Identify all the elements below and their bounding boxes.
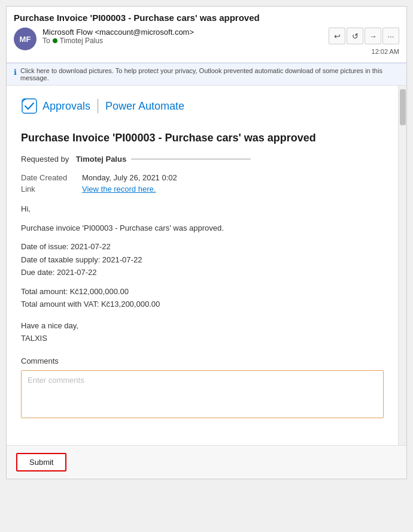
- reply-button[interactable]: ↩: [329, 28, 345, 44]
- header-divider: [98, 99, 98, 113]
- scrollbar-track[interactable]: [398, 86, 406, 445]
- comments-label: Comments: [21, 356, 384, 365]
- record-link[interactable]: View the record here.: [82, 185, 156, 194]
- date-taxable-value: 2021-07-22: [102, 255, 142, 264]
- sender-block: MF Microsoft Flow <maccount@microsoft.co…: [14, 28, 194, 50]
- forward-button[interactable]: →: [365, 28, 381, 44]
- signature: TALXIS: [21, 332, 384, 344]
- details-section: Date Created Monday, July 26, 2021 0:02 …: [21, 173, 384, 194]
- submit-button[interactable]: Submit: [16, 453, 66, 471]
- total-amount-value: Kč12,000,000.00: [70, 287, 129, 296]
- email-header: Purchase Invoice 'PI00003 - Purchase car…: [7, 7, 406, 63]
- to-label: To: [42, 37, 50, 45]
- online-indicator: [53, 38, 57, 43]
- greeting: Hi,: [21, 203, 384, 215]
- date-taxable-line: Date of taxable supply: 2021-07-22: [21, 254, 384, 266]
- sender-info: Microsoft Flow <maccount@microsoft.com> …: [42, 28, 194, 45]
- email-subject: Purchase Invoice 'PI00003 - Purchase car…: [14, 13, 399, 23]
- email-actions: ↩ ↺ → ···: [329, 28, 399, 44]
- date-created-value: Monday, July 26, 2021 0:02: [82, 173, 177, 182]
- timestamp-actions: ↩ ↺ → ··· 12:02 AM: [329, 28, 399, 55]
- invoice-details: Date of issue: 2021-07-22 Date of taxabl…: [21, 241, 384, 310]
- requested-by-prefix: Requested by: [21, 155, 69, 164]
- due-date-line: Due date: 2021-07-22: [21, 267, 384, 279]
- scrollbar-thumb: [400, 89, 406, 125]
- privacy-notice: ℹ Click here to download pictures. To he…: [7, 63, 406, 85]
- body-paragraph: Purchase invoice 'PI00003 - Purchase car…: [21, 222, 384, 234]
- requested-by-line: [131, 159, 251, 159]
- total-vat-label: Total amount with VAT:: [21, 300, 101, 309]
- requested-by: Requested by Timotej Palus: [21, 155, 384, 164]
- comments-section: Comments: [21, 356, 384, 420]
- requester-name: Timotej Palus: [76, 155, 126, 164]
- sender-to: To Timotej Palus: [42, 37, 194, 45]
- approvals-icon: [21, 98, 38, 114]
- more-button[interactable]: ···: [382, 28, 399, 44]
- recipient-name: Timotej Palus: [60, 37, 103, 45]
- svg-rect-0: [22, 99, 37, 113]
- invoice-title: Purchase Invoice 'PI00003 - Purchase car…: [21, 131, 384, 145]
- date-created-row: Date Created Monday, July 26, 2021 0:02: [21, 173, 384, 182]
- total-amount-line: Total amount: Kč12,000,000.00: [21, 286, 384, 298]
- total-vat-value: Kč13,200,000.00: [101, 300, 160, 309]
- approvals-header: Approvals Power Automate: [21, 98, 384, 120]
- link-label: Link: [21, 185, 75, 194]
- approvals-label: Approvals: [42, 100, 90, 113]
- due-date-value: 2021-07-22: [57, 268, 97, 277]
- date-issue-line: Date of issue: 2021-07-22: [21, 241, 384, 253]
- approvals-logo: Approvals: [21, 98, 90, 114]
- date-issue-label: Date of issue:: [21, 242, 71, 251]
- info-icon: ℹ: [14, 68, 17, 77]
- avatar: MF: [14, 28, 37, 50]
- date-taxable-label: Date of taxable supply:: [21, 255, 102, 264]
- total-vat-line: Total amount with VAT: Kč13,200,000.00: [21, 298, 384, 310]
- power-automate-label: Power Automate: [105, 100, 184, 113]
- privacy-text: Click here to download pictures. To help…: [20, 67, 399, 81]
- email-container: Purchase Invoice 'PI00003 - Purchase car…: [6, 6, 407, 479]
- total-amount-label: Total amount:: [21, 287, 70, 296]
- closing: Have a nice day,: [21, 320, 384, 332]
- comments-textarea[interactable]: [21, 370, 384, 418]
- email-meta-row: MF Microsoft Flow <maccount@microsoft.co…: [14, 28, 399, 55]
- date-created-label: Date Created: [21, 173, 75, 182]
- email-body: Approvals Power Automate Purchase Invoic…: [7, 86, 398, 445]
- email-body-wrapper: Approvals Power Automate Purchase Invoic…: [7, 85, 406, 445]
- reply-all-button[interactable]: ↺: [347, 28, 363, 44]
- link-row: Link View the record here.: [21, 185, 384, 194]
- submit-area: Submit: [7, 445, 406, 479]
- due-date-label: Due date:: [21, 268, 57, 277]
- sender-name: Microsoft Flow <maccount@microsoft.com>: [42, 28, 194, 37]
- timestamp: 12:02 AM: [372, 48, 399, 55]
- date-issue-value: 2021-07-22: [71, 242, 111, 251]
